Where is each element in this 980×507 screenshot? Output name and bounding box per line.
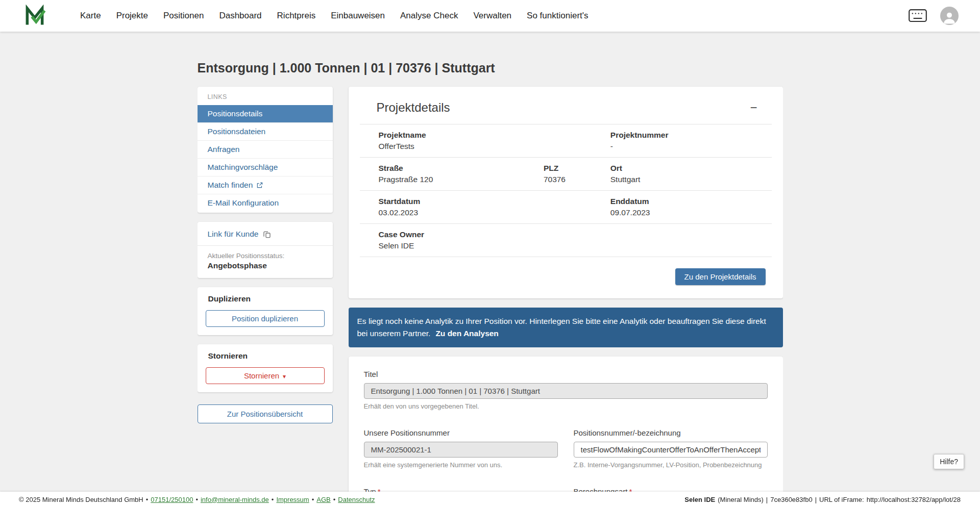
page-title: Entsorgung | 1.000 Tonnen | 01 | 70376 |… (198, 61, 783, 75)
nav-item-richtpreis[interactable]: Richtpreis (270, 7, 324, 25)
cancel-card: Stornieren Stornieren▾ (198, 344, 333, 392)
position-overview-button[interactable]: Zur Positionsübersicht (198, 404, 333, 423)
posnr-label: Unsere Positionsnummer (364, 428, 558, 437)
nav-item-verwalten[interactable]: Verwalten (465, 7, 519, 25)
copy-icon (263, 230, 271, 238)
main-nav: Karte Projekte Positionen Dashboard Rich… (72, 7, 909, 25)
status-card: Link für Kunde Aktueller Positionsstatus… (198, 222, 333, 278)
sidebar-item-positionsdateien[interactable]: Positionsdateien (198, 122, 333, 140)
cancel-header: Stornieren (208, 351, 325, 361)
person-icon (942, 10, 957, 25)
ort-value: Stuttgart (610, 175, 772, 184)
project-details-button[interactable]: Zu den Projektdetails (675, 268, 766, 285)
plz-value: 70376 (544, 175, 610, 184)
projektname-value: OfferTests (379, 142, 610, 151)
collapse-button[interactable]: − (747, 100, 760, 115)
sidebar-item-label: Match finden (208, 181, 253, 190)
analytics-banner-text: Es liegt noch keine Analytik zu Ihrer Po… (357, 317, 766, 338)
nav-item-positionen[interactable]: Positionen (156, 7, 211, 25)
posnr-field: Unsere Positionsnummer Erhält eine syste… (364, 428, 558, 469)
separator: • (333, 496, 336, 503)
duplicate-header: Duplizieren (208, 294, 325, 303)
separator: • (146, 496, 149, 503)
strasse-label: Straße (379, 164, 544, 173)
duplicate-card: Duplizieren Position duplizieren (198, 287, 333, 335)
custom-number-field: Positionsnummer/-bezeichnung Z.B. Intern… (574, 428, 768, 469)
plz-label: PLZ (544, 164, 610, 173)
case-owner-label: Case Owner (379, 230, 772, 239)
nav-item-karte[interactable]: Karte (72, 7, 109, 25)
case-owner-value: Selen IDE (379, 241, 772, 250)
separator: • (312, 496, 314, 503)
cancel-button-label: Stornieren (244, 371, 279, 380)
footer-user-org: (Mineral Minds) (718, 496, 764, 503)
titel-label: Titel (364, 370, 768, 378)
footer-phone-link[interactable]: 07151/250100 (151, 496, 193, 503)
analytics-banner: Es liegt noch keine Analytik zu Ihrer Po… (349, 308, 783, 347)
project-row-name: Projektname OfferTests Projektnummer - (360, 124, 772, 157)
footer-datenschutz-link[interactable]: Datenschutz (338, 496, 375, 503)
separator: | (815, 496, 817, 503)
keyboard-icon[interactable] (909, 9, 927, 22)
footer-email-link[interactable]: info@mineral-minds.de (201, 496, 269, 503)
nav-item-dashboard[interactable]: Dashboard (211, 7, 269, 25)
external-link-icon (256, 182, 263, 189)
links-header: LINKS (198, 93, 333, 105)
sidebar-item-positionsdetails[interactable]: Positionsdetails (198, 105, 333, 122)
position-form-card: Titel Erhält den von uns vorgegebenen Ti… (349, 357, 783, 507)
footer-iframe-label: URL of iFrame: (819, 496, 864, 503)
customer-link[interactable]: Link für Kunde (198, 222, 333, 245)
footer-session-id: 7ce360e83fb0 (770, 496, 812, 503)
nav-item-einbauweisen[interactable]: Einbauweisen (323, 7, 393, 25)
caret-down-icon: ▾ (283, 373, 286, 380)
nav-item-analyse-check[interactable]: Analyse Check (393, 7, 465, 25)
separator: • (195, 496, 198, 503)
posnr-helper: Erhält eine systemgenerierte Nummer von … (364, 461, 558, 469)
sidebar-item-anfragen[interactable]: Anfragen (198, 140, 333, 158)
help-button[interactable]: Hilfe? (934, 454, 964, 469)
nav-item-so-funktionierts[interactable]: So funktioniert's (519, 7, 596, 25)
separator: | (766, 496, 768, 503)
project-details-title: Projektdetails (377, 100, 450, 115)
separator: • (272, 496, 274, 503)
footer-impressum-link[interactable]: Impressum (276, 496, 309, 503)
ort-label: Ort (610, 164, 772, 173)
duplicate-position-button[interactable]: Position duplizieren (206, 310, 325, 327)
projektnummer-label: Projektnummer (610, 131, 772, 140)
cancel-position-button[interactable]: Stornieren▾ (206, 367, 325, 384)
copyright-text: © 2025 Mineral Minds Deutschland GmbH (19, 496, 143, 503)
logo-m-icon (23, 5, 46, 27)
footer-iframe-url: http://localhost:32782/app/lot/28 (867, 496, 961, 503)
top-navbar: Karte Projekte Positionen Dashboard Rich… (0, 0, 980, 32)
sidebar-item-email-konfiguration[interactable]: E-Mail Konfiguration (198, 194, 333, 212)
user-avatar[interactable] (940, 7, 959, 25)
project-row-address: Straße Pragstraße 120 PLZ 70376 Ort Stut… (360, 157, 772, 190)
enddatum-label: Enddatum (610, 197, 772, 206)
sidebar-item-matchingvorschlaege[interactable]: Matchingvorschläge (198, 158, 333, 176)
main-column: Projektdetails − Projektname OfferTests … (349, 87, 783, 507)
custom-number-input[interactable] (574, 442, 768, 458)
footer-right: Selen IDE (Mineral Minds) | 7ce360e83fb0… (684, 496, 961, 503)
mineral-minds-logo[interactable] (23, 5, 46, 27)
projektname-label: Projektname (379, 131, 610, 140)
position-status-label: Aktueller Positionsstatus: (198, 246, 333, 261)
sidebar: LINKS Positionsdetails Positionsdateien … (198, 87, 333, 423)
projektnummer-value: - (610, 142, 772, 151)
nav-item-projekte[interactable]: Projekte (109, 7, 156, 25)
posnr-input (364, 442, 558, 458)
project-details-card: Projektdetails − Projektname OfferTests … (349, 87, 783, 298)
custom-number-label: Positionsnummer/-bezeichnung (574, 428, 768, 437)
footer: © 2025 Mineral Minds Deutschland GmbH • … (0, 492, 980, 507)
analytics-link[interactable]: Zu den Analysen (435, 329, 498, 338)
titel-input (364, 383, 768, 399)
links-card: LINKS Positionsdetails Positionsdateien … (198, 87, 333, 213)
position-status-value: Angebotsphase (198, 261, 333, 278)
strasse-value: Pragstraße 120 (379, 175, 544, 184)
sidebar-item-match-finden[interactable]: Match finden (198, 176, 333, 194)
footer-user: Selen IDE (684, 496, 715, 503)
startdatum-value: 03.02.2023 (379, 208, 610, 217)
navbar-right (909, 7, 959, 25)
footer-agb-link[interactable]: AGB (316, 496, 330, 503)
customer-link-label: Link für Kunde (208, 230, 259, 239)
page-content: Entsorgung | 1.000 Tonnen | 01 | 70376 |… (198, 32, 783, 507)
